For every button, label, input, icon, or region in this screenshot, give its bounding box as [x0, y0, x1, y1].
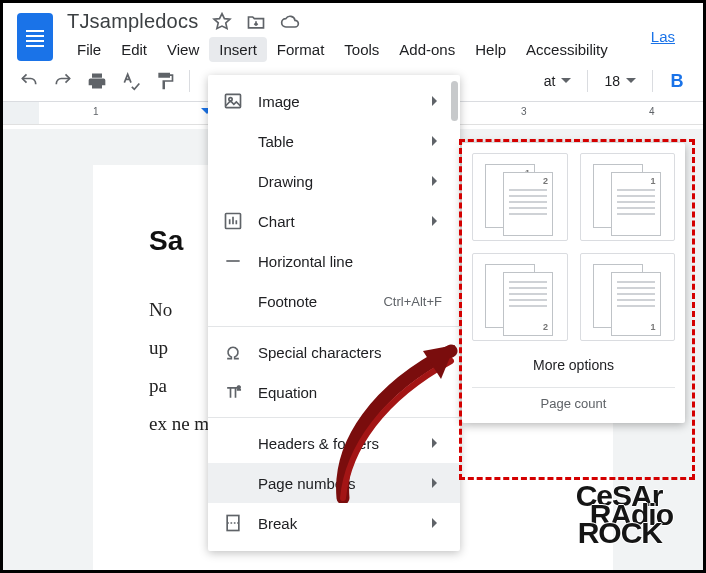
ruler-tick: 3	[521, 106, 527, 117]
menu-item-label: Footnote	[258, 293, 369, 310]
last-edit-link[interactable]: Las	[641, 24, 685, 49]
page-number-option-header-all[interactable]: 1 2	[472, 153, 568, 241]
image-icon	[222, 90, 244, 112]
menu-insert[interactable]: Insert	[209, 37, 267, 62]
toolbar-separator	[587, 70, 588, 92]
docs-logo-icon[interactable]	[17, 13, 53, 61]
toolbar-separator	[189, 70, 190, 92]
more-options-button[interactable]: More options	[472, 341, 675, 383]
horizontal-line-icon	[222, 250, 244, 272]
pi-icon: 2	[222, 381, 244, 403]
undo-button[interactable]	[15, 67, 43, 95]
drawing-icon	[222, 170, 244, 192]
menu-bar: File Edit View Insert Format Tools Add-o…	[67, 37, 618, 62]
page-numbers-icon	[222, 472, 244, 494]
menu-item-label: Chart	[258, 213, 418, 230]
font-size-select[interactable]: 18	[598, 73, 642, 89]
menu-item-chart[interactable]: Chart	[208, 201, 460, 241]
submenu-arrow-icon	[432, 136, 442, 146]
page-count-button[interactable]: Page count	[472, 387, 675, 413]
menu-item-label: Page numbers	[258, 475, 418, 492]
submenu-arrow-icon	[432, 518, 442, 528]
menu-item-label: Headers & footers	[258, 435, 418, 452]
menu-item-horizontal-line[interactable]: Horizontal line	[208, 241, 460, 281]
svg-rect-4	[227, 516, 239, 531]
submenu-arrow-icon	[432, 438, 442, 448]
menu-separator	[208, 417, 460, 418]
menu-item-image[interactable]: Image	[208, 81, 460, 121]
menu-view[interactable]: View	[157, 37, 209, 62]
page-numbers-submenu: 1 2 1 1 2 1 More options Page count	[462, 143, 685, 423]
page-number-option-footer-all[interactable]: 1 2	[472, 253, 568, 341]
toolbar-separator	[652, 70, 653, 92]
menu-item-label: Break	[258, 515, 418, 532]
submenu-arrow-icon	[432, 96, 442, 106]
font-family-select[interactable]: at	[538, 73, 578, 89]
document-title[interactable]: TJsampledocs	[67, 10, 198, 33]
watermark-logo: CeSAr RAdio ROCK	[576, 484, 673, 544]
menu-item-label: Table	[258, 133, 418, 150]
paint-format-button[interactable]	[151, 67, 179, 95]
footnote-icon	[222, 290, 244, 312]
menu-item-label: Equation	[258, 384, 442, 401]
menu-item-drawing[interactable]: Drawing	[208, 161, 460, 201]
ruler-tick: 1	[93, 106, 99, 117]
svg-text:2: 2	[237, 385, 240, 391]
menu-accessibility[interactable]: Accessibility	[516, 37, 618, 62]
menu-item-label: Special characters	[258, 344, 442, 361]
star-icon[interactable]	[212, 12, 232, 32]
menu-edit[interactable]: Edit	[111, 37, 157, 62]
chart-icon	[222, 210, 244, 232]
menu-item-label: Drawing	[258, 173, 418, 190]
submenu-arrow-icon	[432, 478, 442, 488]
submenu-arrow-icon	[432, 176, 442, 186]
menu-item-headers-footers[interactable]: Headers & footers	[208, 423, 460, 463]
insert-dropdown: Image Table Drawing Chart Horizontal lin…	[208, 75, 460, 551]
menu-item-footnote[interactable]: Footnote Ctrl+Alt+F	[208, 281, 460, 321]
menu-item-label: Image	[258, 93, 418, 110]
menu-item-label: Horizontal line	[258, 253, 442, 270]
spellcheck-button[interactable]	[117, 67, 145, 95]
page-number-option-header-skip-first[interactable]: 1	[580, 153, 676, 241]
submenu-arrow-icon	[432, 216, 442, 226]
page-number-option-footer-skip-first[interactable]: 1	[580, 253, 676, 341]
svg-rect-0	[226, 94, 241, 107]
omega-icon	[222, 341, 244, 363]
menu-help[interactable]: Help	[465, 37, 516, 62]
menu-item-break[interactable]: Break	[208, 503, 460, 543]
headers-icon	[222, 432, 244, 454]
menu-item-special-characters[interactable]: Special characters	[208, 332, 460, 372]
menu-separator	[208, 326, 460, 327]
cloud-status-icon[interactable]	[280, 12, 300, 32]
redo-button[interactable]	[49, 67, 77, 95]
table-icon	[222, 130, 244, 152]
menu-addons[interactable]: Add-ons	[389, 37, 465, 62]
menu-format[interactable]: Format	[267, 37, 335, 62]
title-bar: TJsampledocs File Edit View Insert Forma…	[3, 3, 703, 61]
dropdown-scrollbar[interactable]	[451, 81, 458, 121]
menu-file[interactable]: File	[67, 37, 111, 62]
break-icon	[222, 512, 244, 534]
menu-item-equation[interactable]: 2 Equation	[208, 372, 460, 412]
move-folder-icon[interactable]	[246, 12, 266, 32]
keyboard-shortcut: Ctrl+Alt+F	[383, 294, 442, 309]
ruler-tick: 4	[649, 106, 655, 117]
menu-item-table[interactable]: Table	[208, 121, 460, 161]
bold-button[interactable]: B	[663, 71, 691, 92]
menu-item-page-numbers[interactable]: Page numbers	[208, 463, 460, 503]
menu-tools[interactable]: Tools	[334, 37, 389, 62]
print-button[interactable]	[83, 67, 111, 95]
